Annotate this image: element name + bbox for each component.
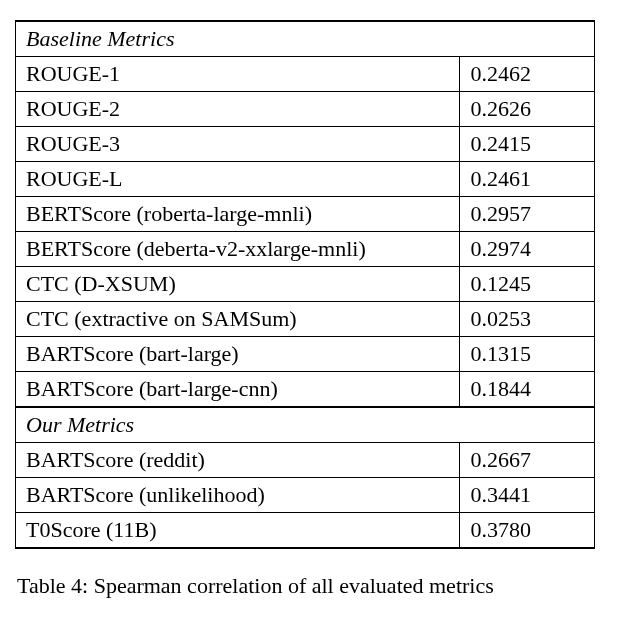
metric-label: BERTScore (roberta-large-mnli) <box>16 197 460 232</box>
table-caption: Table 4: Spearman correlation of all eva… <box>15 571 595 602</box>
metric-value: 0.0253 <box>460 302 595 337</box>
metrics-table: Baseline Metrics ROUGE-1 0.2462 ROUGE-2 … <box>15 20 595 549</box>
table-row: CTC (D-XSUM) 0.1245 <box>16 267 595 302</box>
section-header-baseline: Baseline Metrics <box>16 21 595 57</box>
metric-label: ROUGE-2 <box>16 92 460 127</box>
table-row: BERTScore (deberta-v2-xxlarge-mnli) 0.29… <box>16 232 595 267</box>
metric-value: 0.1245 <box>460 267 595 302</box>
metric-value: 0.2461 <box>460 162 595 197</box>
metric-label: BERTScore (deberta-v2-xxlarge-mnli) <box>16 232 460 267</box>
metric-value: 0.3441 <box>460 478 595 513</box>
table-row: ROUGE-3 0.2415 <box>16 127 595 162</box>
metric-value: 0.1315 <box>460 337 595 372</box>
metric-value: 0.3780 <box>460 513 595 549</box>
metric-label: ROUGE-L <box>16 162 460 197</box>
metric-label: BARTScore (bart-large-cnn) <box>16 372 460 408</box>
metric-label: BARTScore (reddit) <box>16 443 460 478</box>
table-row: ROUGE-L 0.2461 <box>16 162 595 197</box>
metric-label: CTC (D-XSUM) <box>16 267 460 302</box>
metric-label: ROUGE-3 <box>16 127 460 162</box>
table-row: ROUGE-1 0.2462 <box>16 57 595 92</box>
caption-prefix: Table 4: <box>17 573 94 598</box>
metric-value: 0.1844 <box>460 372 595 408</box>
section-header-row: Our Metrics <box>16 407 595 443</box>
metric-label: ROUGE-1 <box>16 57 460 92</box>
table-row: BARTScore (reddit) 0.2667 <box>16 443 595 478</box>
table-row: BARTScore (bart-large) 0.1315 <box>16 337 595 372</box>
table-body: Baseline Metrics ROUGE-1 0.2462 ROUGE-2 … <box>16 21 595 548</box>
table-row: BARTScore (unlikelihood) 0.3441 <box>16 478 595 513</box>
metric-value: 0.2462 <box>460 57 595 92</box>
metric-value: 0.2626 <box>460 92 595 127</box>
metric-value: 0.2667 <box>460 443 595 478</box>
table-row: BERTScore (roberta-large-mnli) 0.2957 <box>16 197 595 232</box>
table-row: BARTScore (bart-large-cnn) 0.1844 <box>16 372 595 408</box>
metric-value: 0.2415 <box>460 127 595 162</box>
table-row: ROUGE-2 0.2626 <box>16 92 595 127</box>
section-header-row: Baseline Metrics <box>16 21 595 57</box>
metric-label: BARTScore (bart-large) <box>16 337 460 372</box>
metrics-table-container: Baseline Metrics ROUGE-1 0.2462 ROUGE-2 … <box>15 20 595 602</box>
metric-label: CTC (extractive on SAMSum) <box>16 302 460 337</box>
metric-label: BARTScore (unlikelihood) <box>16 478 460 513</box>
metric-label: T0Score (11B) <box>16 513 460 549</box>
table-row: CTC (extractive on SAMSum) 0.0253 <box>16 302 595 337</box>
metric-value: 0.2974 <box>460 232 595 267</box>
section-header-ours: Our Metrics <box>16 407 595 443</box>
caption-text: Spearman correlation of all evaluated me… <box>94 573 494 598</box>
metric-value: 0.2957 <box>460 197 595 232</box>
table-row: T0Score (11B) 0.3780 <box>16 513 595 549</box>
